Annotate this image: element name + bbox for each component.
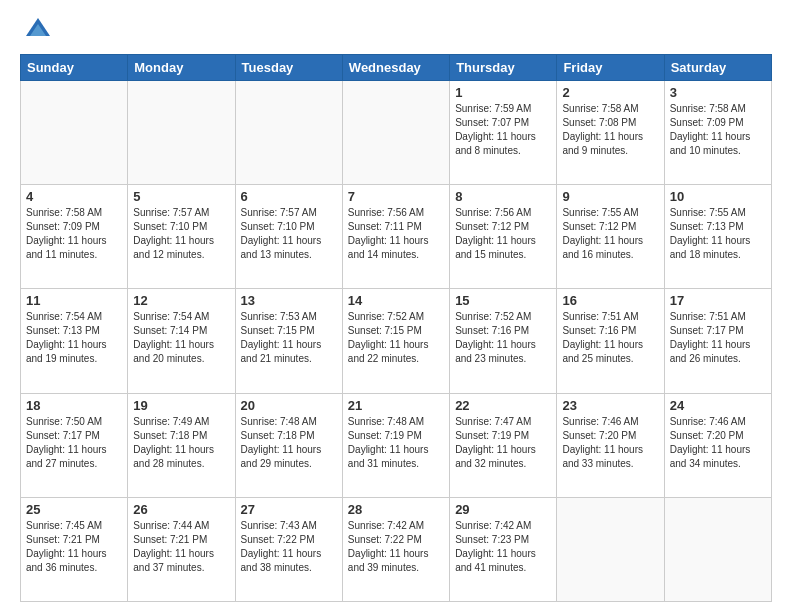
- weekday-header-tuesday: Tuesday: [235, 55, 342, 81]
- day-cell: 12Sunrise: 7:54 AM Sunset: 7:14 PM Dayli…: [128, 289, 235, 393]
- week-row-4: 25Sunrise: 7:45 AM Sunset: 7:21 PM Dayli…: [21, 497, 772, 601]
- day-number: 20: [241, 398, 337, 413]
- day-info: Sunrise: 7:51 AM Sunset: 7:17 PM Dayligh…: [670, 310, 766, 366]
- day-cell: 26Sunrise: 7:44 AM Sunset: 7:21 PM Dayli…: [128, 497, 235, 601]
- day-number: 21: [348, 398, 444, 413]
- day-number: 12: [133, 293, 229, 308]
- day-cell: [128, 81, 235, 185]
- day-number: 29: [455, 502, 551, 517]
- day-number: 5: [133, 189, 229, 204]
- day-cell: 4Sunrise: 7:58 AM Sunset: 7:09 PM Daylig…: [21, 185, 128, 289]
- day-number: 3: [670, 85, 766, 100]
- day-info: Sunrise: 7:46 AM Sunset: 7:20 PM Dayligh…: [670, 415, 766, 471]
- day-number: 6: [241, 189, 337, 204]
- calendar-body: 1Sunrise: 7:59 AM Sunset: 7:07 PM Daylig…: [21, 81, 772, 602]
- calendar: SundayMondayTuesdayWednesdayThursdayFrid…: [20, 54, 772, 602]
- day-cell: 17Sunrise: 7:51 AM Sunset: 7:17 PM Dayli…: [664, 289, 771, 393]
- day-cell: 15Sunrise: 7:52 AM Sunset: 7:16 PM Dayli…: [450, 289, 557, 393]
- weekday-header-friday: Friday: [557, 55, 664, 81]
- day-info: Sunrise: 7:50 AM Sunset: 7:17 PM Dayligh…: [26, 415, 122, 471]
- day-number: 23: [562, 398, 658, 413]
- day-cell: 24Sunrise: 7:46 AM Sunset: 7:20 PM Dayli…: [664, 393, 771, 497]
- day-info: Sunrise: 7:46 AM Sunset: 7:20 PM Dayligh…: [562, 415, 658, 471]
- day-cell: [342, 81, 449, 185]
- day-info: Sunrise: 7:45 AM Sunset: 7:21 PM Dayligh…: [26, 519, 122, 575]
- day-number: 13: [241, 293, 337, 308]
- day-info: Sunrise: 7:53 AM Sunset: 7:15 PM Dayligh…: [241, 310, 337, 366]
- day-cell: 28Sunrise: 7:42 AM Sunset: 7:22 PM Dayli…: [342, 497, 449, 601]
- day-info: Sunrise: 7:56 AM Sunset: 7:12 PM Dayligh…: [455, 206, 551, 262]
- day-cell: 10Sunrise: 7:55 AM Sunset: 7:13 PM Dayli…: [664, 185, 771, 289]
- day-info: Sunrise: 7:55 AM Sunset: 7:13 PM Dayligh…: [670, 206, 766, 262]
- day-cell: 22Sunrise: 7:47 AM Sunset: 7:19 PM Dayli…: [450, 393, 557, 497]
- day-cell: 25Sunrise: 7:45 AM Sunset: 7:21 PM Dayli…: [21, 497, 128, 601]
- day-cell: 20Sunrise: 7:48 AM Sunset: 7:18 PM Dayli…: [235, 393, 342, 497]
- day-cell: 14Sunrise: 7:52 AM Sunset: 7:15 PM Dayli…: [342, 289, 449, 393]
- weekdays-row: SundayMondayTuesdayWednesdayThursdayFrid…: [21, 55, 772, 81]
- day-number: 9: [562, 189, 658, 204]
- day-number: 26: [133, 502, 229, 517]
- week-row-2: 11Sunrise: 7:54 AM Sunset: 7:13 PM Dayli…: [21, 289, 772, 393]
- day-cell: 29Sunrise: 7:42 AM Sunset: 7:23 PM Dayli…: [450, 497, 557, 601]
- weekday-header-monday: Monday: [128, 55, 235, 81]
- day-cell: 7Sunrise: 7:56 AM Sunset: 7:11 PM Daylig…: [342, 185, 449, 289]
- day-number: 24: [670, 398, 766, 413]
- day-number: 11: [26, 293, 122, 308]
- day-cell: 19Sunrise: 7:49 AM Sunset: 7:18 PM Dayli…: [128, 393, 235, 497]
- day-info: Sunrise: 7:52 AM Sunset: 7:15 PM Dayligh…: [348, 310, 444, 366]
- week-row-3: 18Sunrise: 7:50 AM Sunset: 7:17 PM Dayli…: [21, 393, 772, 497]
- day-cell: 23Sunrise: 7:46 AM Sunset: 7:20 PM Dayli…: [557, 393, 664, 497]
- day-number: 28: [348, 502, 444, 517]
- day-cell: [21, 81, 128, 185]
- day-info: Sunrise: 7:58 AM Sunset: 7:09 PM Dayligh…: [26, 206, 122, 262]
- day-info: Sunrise: 7:55 AM Sunset: 7:12 PM Dayligh…: [562, 206, 658, 262]
- day-info: Sunrise: 7:57 AM Sunset: 7:10 PM Dayligh…: [241, 206, 337, 262]
- day-number: 19: [133, 398, 229, 413]
- day-cell: 8Sunrise: 7:56 AM Sunset: 7:12 PM Daylig…: [450, 185, 557, 289]
- day-info: Sunrise: 7:42 AM Sunset: 7:22 PM Dayligh…: [348, 519, 444, 575]
- day-info: Sunrise: 7:57 AM Sunset: 7:10 PM Dayligh…: [133, 206, 229, 262]
- weekday-header-saturday: Saturday: [664, 55, 771, 81]
- day-info: Sunrise: 7:54 AM Sunset: 7:14 PM Dayligh…: [133, 310, 229, 366]
- day-number: 1: [455, 85, 551, 100]
- day-number: 25: [26, 502, 122, 517]
- day-cell: 6Sunrise: 7:57 AM Sunset: 7:10 PM Daylig…: [235, 185, 342, 289]
- day-info: Sunrise: 7:47 AM Sunset: 7:19 PM Dayligh…: [455, 415, 551, 471]
- logo-icon: [24, 16, 52, 44]
- day-number: 4: [26, 189, 122, 204]
- page: SundayMondayTuesdayWednesdayThursdayFrid…: [0, 0, 792, 612]
- week-row-0: 1Sunrise: 7:59 AM Sunset: 7:07 PM Daylig…: [21, 81, 772, 185]
- day-number: 22: [455, 398, 551, 413]
- day-info: Sunrise: 7:48 AM Sunset: 7:19 PM Dayligh…: [348, 415, 444, 471]
- day-cell: 16Sunrise: 7:51 AM Sunset: 7:16 PM Dayli…: [557, 289, 664, 393]
- day-cell: [664, 497, 771, 601]
- day-info: Sunrise: 7:52 AM Sunset: 7:16 PM Dayligh…: [455, 310, 551, 366]
- day-number: 8: [455, 189, 551, 204]
- day-number: 27: [241, 502, 337, 517]
- day-number: 15: [455, 293, 551, 308]
- header: [20, 16, 772, 44]
- day-number: 16: [562, 293, 658, 308]
- day-cell: 18Sunrise: 7:50 AM Sunset: 7:17 PM Dayli…: [21, 393, 128, 497]
- day-cell: 11Sunrise: 7:54 AM Sunset: 7:13 PM Dayli…: [21, 289, 128, 393]
- day-info: Sunrise: 7:51 AM Sunset: 7:16 PM Dayligh…: [562, 310, 658, 366]
- day-cell: 3Sunrise: 7:58 AM Sunset: 7:09 PM Daylig…: [664, 81, 771, 185]
- day-number: 7: [348, 189, 444, 204]
- day-cell: 27Sunrise: 7:43 AM Sunset: 7:22 PM Dayli…: [235, 497, 342, 601]
- day-cell: 13Sunrise: 7:53 AM Sunset: 7:15 PM Dayli…: [235, 289, 342, 393]
- logo: [20, 16, 52, 44]
- day-number: 17: [670, 293, 766, 308]
- weekday-header-sunday: Sunday: [21, 55, 128, 81]
- day-info: Sunrise: 7:58 AM Sunset: 7:09 PM Dayligh…: [670, 102, 766, 158]
- day-cell: 5Sunrise: 7:57 AM Sunset: 7:10 PM Daylig…: [128, 185, 235, 289]
- day-info: Sunrise: 7:49 AM Sunset: 7:18 PM Dayligh…: [133, 415, 229, 471]
- day-number: 14: [348, 293, 444, 308]
- weekday-header-thursday: Thursday: [450, 55, 557, 81]
- day-info: Sunrise: 7:42 AM Sunset: 7:23 PM Dayligh…: [455, 519, 551, 575]
- day-info: Sunrise: 7:43 AM Sunset: 7:22 PM Dayligh…: [241, 519, 337, 575]
- day-number: 2: [562, 85, 658, 100]
- day-info: Sunrise: 7:54 AM Sunset: 7:13 PM Dayligh…: [26, 310, 122, 366]
- day-info: Sunrise: 7:44 AM Sunset: 7:21 PM Dayligh…: [133, 519, 229, 575]
- day-info: Sunrise: 7:59 AM Sunset: 7:07 PM Dayligh…: [455, 102, 551, 158]
- day-info: Sunrise: 7:58 AM Sunset: 7:08 PM Dayligh…: [562, 102, 658, 158]
